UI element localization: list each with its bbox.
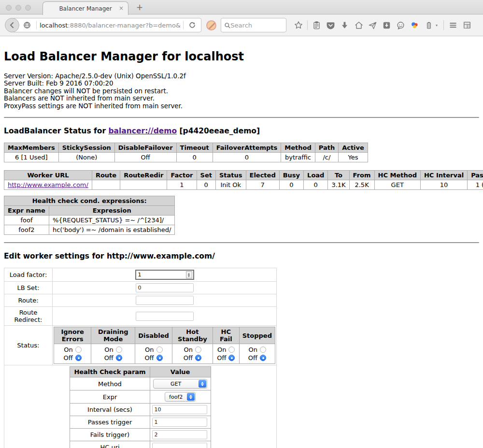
overflow-caret-icon[interactable]: ▾ (436, 23, 441, 28)
ignore-errors-on-radio[interactable] (75, 347, 82, 353)
tab-title: Balancer Manager (59, 5, 112, 12)
hc-interval-label: Interval (secs) (70, 404, 150, 416)
hc-fails-input[interactable] (152, 430, 207, 439)
persist-note-line: Balancer changes will NOT be persisted o… (4, 87, 479, 95)
new-tab-button[interactable]: + (136, 2, 143, 12)
hc-fail-off-radio[interactable] (228, 355, 235, 361)
disabled-off-radio[interactable] (156, 355, 163, 361)
hot-standby-off-radio[interactable] (195, 355, 201, 361)
cell-set: 0 (197, 180, 215, 190)
status-label: Status: (4, 326, 53, 365)
cell-factor: 1 (167, 180, 197, 190)
worker-url-link[interactable]: http://www.example.com/ (8, 181, 88, 188)
hc-expr-select[interactable]: foof2 (165, 392, 196, 402)
cell-routeredir (120, 180, 167, 190)
url-text[interactable]: localhost:8880/balancer-manager?b=demo&w… (40, 22, 180, 29)
battery-icon (425, 21, 433, 30)
menu-icon (448, 20, 458, 30)
panels-icon (462, 20, 472, 30)
bookmark-star-button[interactable] (291, 18, 305, 32)
col-hot-standby: Hot Standby (172, 327, 213, 344)
downloads-icon (340, 21, 349, 30)
hc-fail-on-radio[interactable] (228, 347, 235, 353)
proxypass-note-line: ProxyPass settings are NOT inherited fro… (4, 102, 479, 110)
hc-fails-label: Fails trigger) (70, 429, 150, 441)
zoom-window-button[interactable] (25, 5, 31, 11)
url-separator (36, 21, 37, 29)
on-label: On (248, 346, 257, 353)
hc-uri-input[interactable] (152, 443, 207, 448)
status-options-table: Ignore Errors Draining Mode Disabled Hot… (54, 327, 275, 364)
form-row-route-redirect: Route Redirect: (4, 307, 277, 326)
toolbar-separator (443, 20, 444, 30)
number-spinner-icon[interactable]: ▲▼ (186, 271, 192, 278)
inherit-note-line: Balancers are NOT inherited from main se… (4, 95, 479, 102)
col-routeredir: RouteRedir (120, 171, 167, 180)
col-timeout: Timeout (176, 143, 213, 153)
downloads-button[interactable] (338, 18, 352, 32)
back-button[interactable] (5, 18, 19, 32)
menu-button[interactable] (446, 18, 460, 32)
window-titlebar: Balancer Manager × + (0, 0, 483, 14)
home-button[interactable] (352, 18, 366, 32)
hc-method-label: Method (70, 377, 150, 390)
extension-download-button[interactable] (380, 18, 394, 32)
color-extension-button[interactable] (408, 18, 422, 32)
battery-extension-button[interactable] (422, 18, 436, 32)
hc-passes-input[interactable] (152, 418, 207, 427)
route-input[interactable] (136, 296, 194, 305)
cell-passes: 1 (0) (468, 180, 483, 190)
cell-elected: 7 (246, 180, 279, 190)
hc-method-value: GET (154, 381, 198, 387)
load-factor-input[interactable]: 1 ▲▼ (135, 270, 194, 280)
hc-interval-input[interactable] (152, 405, 207, 414)
stopped-on-radio[interactable] (260, 347, 266, 353)
panels-button[interactable] (460, 18, 474, 32)
route-redirect-input[interactable] (136, 312, 194, 321)
cell-active: Yes (339, 153, 368, 162)
search-icon (224, 22, 230, 29)
page-title: Load Balancer Manager for localhost (4, 50, 479, 63)
server-version-line: Server Version: Apache/2.5.0-dev (Unix) … (4, 72, 479, 80)
minimize-window-button[interactable] (15, 5, 21, 11)
cell-status: Init Ok (215, 180, 246, 190)
disabled-on-radio[interactable] (156, 347, 163, 353)
stopped-off-radio[interactable] (260, 355, 266, 361)
back-icon (8, 21, 16, 29)
url-bar[interactable]: localhost:8880/balancer-manager?b=demo&w… (12, 18, 201, 32)
browser-tab[interactable]: Balancer Manager × (43, 1, 128, 15)
hc-row-passes: Passes trigger (70, 416, 211, 429)
reading-list-button[interactable] (310, 18, 324, 32)
col-stickysession: StickySession (58, 143, 114, 153)
ignore-errors-off-radio[interactable] (75, 355, 82, 361)
form-row-route: Route: (4, 294, 277, 307)
lb-set-input[interactable] (136, 283, 194, 292)
tab-close-icon[interactable]: × (119, 5, 124, 12)
reload-button[interactable] (186, 18, 198, 32)
hot-standby-on-radio[interactable] (195, 347, 201, 353)
pocket-icon (326, 21, 335, 30)
cell-expression: hc('body') =~ /domain is established/ (49, 225, 175, 235)
search-input[interactable] (230, 22, 283, 29)
reload-icon (188, 21, 196, 29)
cell-busy: 0 (279, 180, 303, 190)
server-info: Server Version: Apache/2.5.0-dev (Unix) … (4, 72, 479, 110)
cell-stickysession: (None) (58, 153, 114, 162)
col-elected: Elected (246, 171, 279, 180)
draining-mode-off-radio[interactable] (116, 355, 122, 361)
chat-button[interactable] (394, 18, 408, 32)
table-header-row: Worker URL Route RouteRedir Factor Set S… (4, 171, 483, 180)
pocket-button[interactable] (324, 18, 338, 32)
page-content: Load Balancer Manager for localhost Serv… (0, 36, 483, 448)
balancer-status-table: MaxMembers StickySession DisableFailover… (4, 143, 368, 162)
close-window-button[interactable] (6, 5, 12, 11)
search-bar[interactable] (221, 18, 286, 32)
content-blocked-icon[interactable] (206, 20, 216, 30)
off-label: Off (248, 354, 257, 361)
hc-method-select[interactable]: GET (153, 379, 207, 389)
edit-worker-form: Load factor: 1 ▲▼ LB Set: Route: Route R… (4, 268, 277, 448)
cell-timeout: 0 (176, 153, 213, 162)
send-tab-button[interactable] (366, 18, 380, 32)
balancer-link[interactable]: balancer://demo (108, 127, 177, 135)
draining-mode-on-radio[interactable] (116, 347, 122, 353)
